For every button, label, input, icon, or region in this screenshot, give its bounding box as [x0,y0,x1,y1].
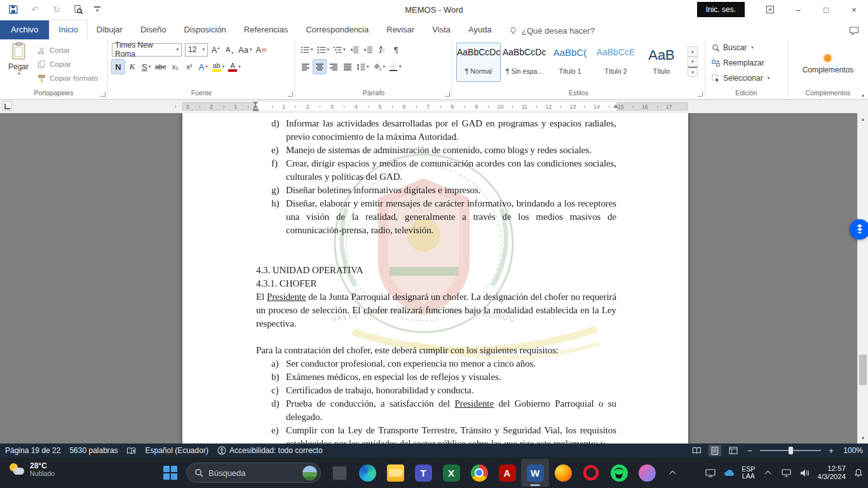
ribbon-tab[interactable]: Disposición [175,20,234,39]
styles-scroll-up-button[interactable]: ▴ [688,46,698,57]
find-button[interactable]: Buscar▾ [705,41,787,55]
align-right-button[interactable] [327,60,340,74]
increase-indent-button[interactable] [362,43,375,57]
taskbar-app[interactable] [409,459,437,487]
weather-widget[interactable]: 28°CNublado [4,460,60,479]
superscript-button[interactable]: x² [183,60,196,74]
zoom-slider[interactable] [760,450,821,451]
scroll-up-button[interactable]: ▴ [858,114,868,124]
zoom-level[interactable]: 100% [841,446,863,455]
qat-customize-button[interactable]: ▾ [94,6,100,13]
ribbon-tab[interactable]: Archivo [0,20,49,39]
shrink-font-button[interactable]: A▾ [223,43,236,57]
replace-button[interactable]: Reemplazar [705,56,787,70]
taskbar-app[interactable] [437,459,465,487]
zoom-out-button[interactable]: − [745,446,754,456]
change-case-button[interactable]: Aa▾ [237,43,253,57]
zoom-slider-thumb[interactable] [789,447,793,454]
select-button[interactable]: Seleccionar▾ [705,71,787,85]
ribbon-tab[interactable]: Correspondencia [297,20,377,39]
multilevel-list-button[interactable]: ▾ [332,43,347,57]
justify-button[interactable] [341,60,354,74]
tab-selector[interactable] [2,101,11,111]
collapse-ribbon-button[interactable]: ▴ [862,92,864,98]
zoom-in-button[interactable]: + [827,446,836,456]
web-layout-button[interactable] [727,445,740,456]
styles-scroll-down-button[interactable]: ▾ [688,57,698,67]
taskbar-app[interactable] [353,459,381,487]
language-indicator[interactable]: Español (Ecuador) [145,446,208,455]
taskbar-overflow-chevron[interactable] [665,460,679,485]
taskbar-app[interactable] [577,459,605,487]
document-text[interactable]: d)Informar las actividades desarrolladas… [256,113,616,444]
network-icon[interactable] [780,465,792,480]
style-card[interactable]: AaBbC( Título 1 [548,43,592,82]
line-spacing-button[interactable]: ▾ [355,60,370,74]
search-box[interactable]: Búsqueda [186,463,321,483]
shading-button[interactable]: ▾ [372,60,387,74]
style-card[interactable]: AaBbCcDc ¶ Normal [456,43,501,82]
align-center-button[interactable] [313,60,326,74]
ribbon-tab[interactable]: Revisar [377,20,423,39]
taskbar-app[interactable] [605,459,633,487]
redo-icon[interactable]: ↻ [51,4,62,15]
highlight-color-button[interactable]: ab▾ [211,60,226,74]
ribbon-tab[interactable]: Referencias [235,20,297,39]
grow-font-button[interactable]: A▴ [209,43,222,57]
indent-marker-left[interactable] [253,109,259,111]
decrease-indent-button[interactable] [348,43,361,57]
word-count[interactable]: 5630 palabras [69,446,118,455]
subscript-button[interactable]: x₂ [169,60,182,74]
comment-icon[interactable] [849,26,859,36]
scroll-down-button[interactable]: ▾ [858,433,868,443]
vertical-scrollbar[interactable]: ▴ ▾ [857,113,868,444]
style-card[interactable]: AaB Título [639,43,684,82]
document-page[interactable]: VALLE HERMOSO TURÍSTICO Y PRODUCTIVO d)I… [182,113,688,444]
paste-button[interactable]: Pegar ▾ [4,42,33,86]
undo-icon[interactable]: ↶ [29,4,41,15]
print-preview-icon[interactable] [72,4,84,15]
signin-button[interactable]: Inic. ses. [697,2,745,17]
numbering-button[interactable]: ▾ [316,43,331,57]
language-indicator[interactable]: ESPLAA [742,466,755,480]
text-effects-button[interactable]: A▾ [197,60,210,74]
italic-button[interactable]: K [126,60,139,74]
taskbar-app[interactable] [521,459,549,487]
start-button[interactable] [159,460,182,485]
bold-button[interactable]: N [112,60,125,74]
dialog-launcher-icon[interactable] [288,92,293,97]
read-mode-button[interactable] [690,445,703,456]
ribbon-display-options-icon[interactable] [756,0,784,19]
copy-button[interactable]: Copiar [37,57,98,71]
taskbar-app[interactable] [493,459,521,487]
document-canvas[interactable]: VALLE HERMOSO TURÍSTICO Y PRODUCTIVO d)I… [0,113,868,444]
onedrive-icon[interactable] [723,465,735,480]
volume-icon[interactable] [799,465,810,480]
dialog-launcher-icon[interactable] [100,92,105,97]
close-button[interactable]: × [840,0,868,19]
minimize-button[interactable]: – [784,0,812,19]
page-indicator[interactable]: Página 19 de 22 [5,446,60,455]
clear-formatting-button[interactable]: A [254,43,268,57]
cut-button[interactable]: Cortar [37,43,98,57]
underline-button[interactable]: S▾ [140,60,153,74]
strikethrough-button[interactable]: abc [154,60,168,74]
notification-bell-icon[interactable] [853,465,864,480]
ruler[interactable]: 3211234567891011121314151617 [0,100,868,113]
hidden-icons-button[interactable] [762,465,773,480]
tell-me-search[interactable]: ¿Qué desea hacer? [508,26,595,36]
taskbar-app[interactable] [465,459,493,487]
font-family-select[interactable]: Times New Roma▾ [112,43,182,57]
taskbar-app[interactable] [549,459,577,487]
dialog-launcher-icon[interactable] [445,92,450,97]
search-image-thumbnail[interactable] [302,466,317,480]
styles-more-button[interactable]: ▾ [688,67,698,77]
sort-button[interactable]: AZ↓ [376,43,389,57]
print-layout-button[interactable] [709,445,721,456]
cast-icon[interactable] [705,465,716,480]
style-card[interactable]: AaBbCcDc ¶ Sin espa... [502,43,546,82]
dropbox-badge[interactable] [850,219,868,240]
format-painter-button[interactable]: Copiar formato [37,71,98,85]
indent-marker-right[interactable] [613,104,618,108]
dialog-launcher-icon[interactable] [698,92,703,97]
